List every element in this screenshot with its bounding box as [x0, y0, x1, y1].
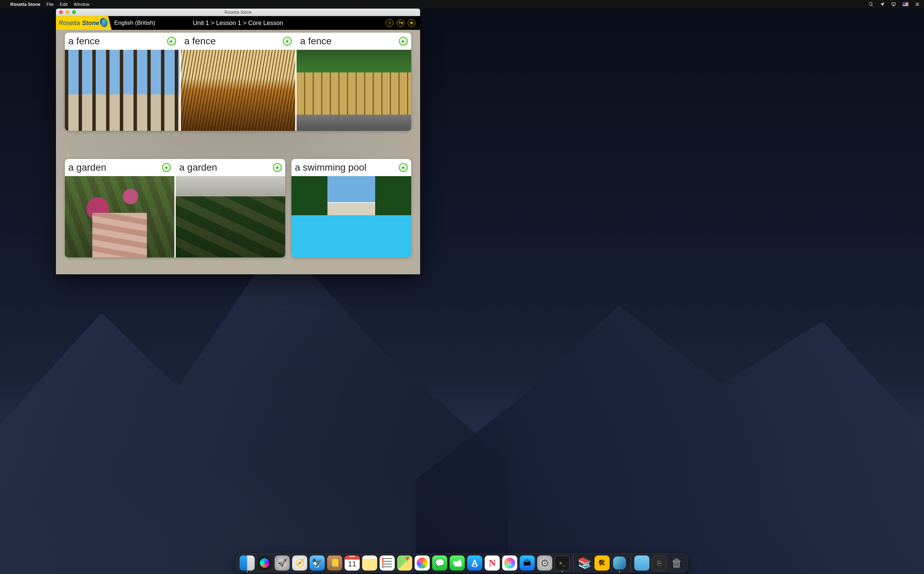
card-image-bamboo-fence	[297, 50, 411, 131]
logo-stone-icon	[101, 19, 107, 27]
dock-app-notes[interactable]	[362, 555, 377, 571]
airplay-icon[interactable]	[891, 2, 896, 7]
vocab-label: a fence	[300, 36, 332, 46]
menubar-item-file[interactable]: File	[46, 2, 54, 7]
zoom-button[interactable]	[72, 10, 76, 14]
dock-app-messages[interactable]	[432, 555, 447, 571]
logo-word-1: Rosetta	[59, 20, 80, 27]
dock-app-other[interactable]	[519, 555, 535, 571]
dock-app-terminal[interactable]	[555, 555, 570, 571]
rosetta-stone-logo[interactable]: RosettaStone	[56, 16, 112, 30]
vocab-label: a garden	[179, 163, 217, 172]
dock-app-calendar[interactable]: AUG 11	[345, 555, 360, 571]
dock-separator	[631, 555, 631, 571]
dock-app-itunes[interactable]	[502, 555, 517, 571]
dock-app-reminders[interactable]	[379, 555, 395, 571]
card-group-pool: a swimming pool	[291, 159, 411, 257]
location-icon[interactable]	[880, 2, 885, 7]
dock-app-mail[interactable]	[310, 555, 325, 571]
dock-app-facetime[interactable]	[450, 555, 465, 571]
card-image-iron-fence	[65, 50, 179, 131]
vocab-label: a swimming pool	[295, 163, 367, 172]
dock-app-photos[interactable]	[415, 555, 430, 571]
menubar-item-window[interactable]: Window	[74, 2, 90, 7]
dock-stack[interactable]	[652, 555, 667, 571]
dock-app-system-preferences[interactable]	[537, 555, 552, 571]
vocab-card[interactable]: a garden	[65, 159, 175, 257]
macos-menubar: Rosetta Stone File Edit Window	[0, 0, 924, 8]
card-group-garden: a garden a garden	[65, 159, 285, 257]
card-group-top: a fence a fence a fence	[65, 33, 411, 131]
card-image-flower-garden	[65, 176, 175, 257]
vocab-label: a fence	[184, 36, 216, 46]
lesson-list-icon[interactable]	[386, 19, 394, 27]
dock-app-finder[interactable]	[239, 555, 255, 571]
menubar-item-edit[interactable]: Edit	[60, 2, 67, 7]
play-audio-icon[interactable]	[399, 163, 408, 172]
close-button[interactable]	[59, 10, 63, 14]
window-title: Rosetta Stone	[225, 10, 252, 15]
app-window: Rosetta Stone RosettaStone English (Brit…	[56, 9, 420, 274]
play-audio-icon[interactable]	[283, 37, 292, 46]
lesson-breadcrumb: Unit 1 > Lesson 1 > Core Lesson	[193, 20, 283, 27]
window-titlebar[interactable]: Rosetta Stone	[56, 9, 420, 16]
course-language-label: English (British)	[114, 20, 155, 27]
vocab-card[interactable]: a fence	[297, 33, 411, 131]
vocab-label: a garden	[68, 163, 106, 172]
dock-app-rosetta-stone[interactable]	[612, 555, 627, 571]
card-image-swimming-pool	[291, 176, 411, 257]
play-audio-icon[interactable]	[167, 37, 176, 46]
logo-word-2: Stone	[82, 20, 99, 27]
lesson-workarea: a fence a fence a fence	[56, 30, 420, 274]
minimize-button[interactable]	[66, 10, 69, 14]
menubar-app-name[interactable]: Rosetta Stone	[10, 2, 40, 7]
card-image-formal-garden	[176, 176, 285, 257]
dock-app-maps[interactable]	[397, 555, 412, 571]
vocab-card[interactable]: a garden	[176, 159, 285, 257]
spotlight-icon[interactable]	[868, 2, 874, 7]
dock-app-forklift[interactable]	[595, 555, 609, 571]
dock-trash[interactable]	[669, 555, 685, 571]
vocab-card[interactable]: a fence	[181, 33, 296, 131]
dock-app-dictionary[interactable]	[577, 555, 592, 571]
home-icon[interactable]	[408, 19, 415, 27]
dock-app-appstore[interactable]	[467, 555, 482, 571]
play-audio-icon[interactable]	[162, 163, 171, 172]
dock-app-news[interactable]	[485, 555, 500, 571]
vocab-card[interactable]: a fence	[65, 33, 179, 131]
card-image-sand-fence	[181, 50, 296, 131]
app-header: RosettaStone English (British) Unit 1 > …	[56, 16, 420, 30]
macos-dock: AUG 11	[236, 554, 688, 572]
help-icon[interactable]: ?▾	[397, 19, 405, 27]
calendar-day: 11	[345, 560, 360, 569]
play-audio-icon[interactable]	[273, 163, 282, 172]
vocab-label: a fence	[68, 36, 100, 46]
dock-folder-downloads[interactable]	[634, 555, 649, 571]
dock-app-contacts[interactable]	[327, 555, 342, 571]
vocab-card[interactable]: a swimming pool	[291, 159, 411, 257]
dock-app-siri[interactable]	[257, 555, 272, 571]
calendar-month: AUG	[345, 555, 360, 558]
play-audio-icon[interactable]	[399, 37, 408, 46]
menu-extras-icon[interactable]	[915, 2, 920, 7]
dock-app-launchpad[interactable]	[275, 555, 290, 571]
input-source-flag-icon[interactable]	[902, 2, 908, 6]
traffic-lights	[59, 10, 76, 14]
dock-app-safari[interactable]	[292, 555, 307, 571]
